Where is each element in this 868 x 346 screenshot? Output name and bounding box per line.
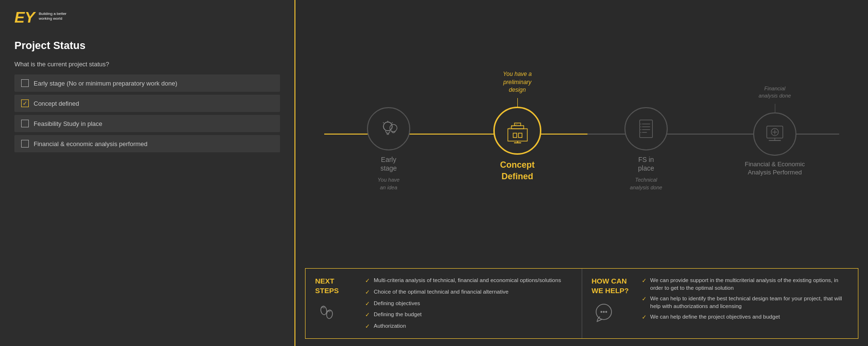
stage-concept-circle: [493, 107, 541, 155]
checkbox-option-1[interactable]: Early stage (No or minimum preparatory w…: [14, 74, 280, 92]
how-help-item-3: ✓ We can help define the project objecti…: [642, 313, 849, 321]
how-help-title: HOW CAN WE HELP?: [592, 276, 629, 295]
stage-early-circle: [367, 107, 410, 150]
checkbox-1[interactable]: [21, 79, 29, 87]
how-help-list: ✓ We can provide support in the multicri…: [642, 276, 849, 331]
stage-fs-circle: [624, 107, 668, 150]
how-help-item-2: ✓ We can help to identify the best techn…: [642, 295, 849, 310]
next-steps-title-block: NEXT STEPS: [315, 276, 358, 331]
svg-line-36: [324, 307, 325, 309]
project-status-title: Project Status: [14, 39, 280, 52]
checkbox-option-4[interactable]: Financial & economic analysis performed: [14, 135, 280, 152]
stage-fs: FS inplace Technicalanalysis done: [582, 77, 710, 191]
svg-rect-13: [518, 133, 522, 137]
svg-line-11: [508, 124, 517, 128]
stage-concept-label-top: You have apreliminarydesign: [503, 68, 532, 94]
check-icon-1: ✓: [365, 277, 370, 285]
stage-fs-label-bottom: Technicalanalysis done: [630, 176, 662, 191]
footsteps-icon: [315, 300, 339, 324]
check-icon-5: ✓: [365, 322, 370, 331]
check-icon-2: ✓: [365, 288, 370, 297]
checkbox-option-3[interactable]: Feasibility Study in place: [14, 115, 280, 132]
ey-logo-mark: EY: [14, 10, 35, 25]
right-panel: Earlystage You havean idea You have apre…: [295, 0, 868, 346]
stage-early-name: Earlystage: [380, 155, 397, 173]
svg-line-6: [392, 123, 393, 124]
checkbox-label-1: Early stage (No or minimum preparatory w…: [34, 80, 177, 87]
checkbox-option-2[interactable]: Concept defined: [14, 95, 280, 112]
checkbox-4[interactable]: [21, 140, 29, 148]
checkbox-2[interactable]: [21, 99, 29, 107]
how-help-section: HOW CAN WE HELP? ✓ We can provide suppor…: [582, 269, 858, 338]
svg-point-44: [605, 311, 607, 313]
how-help-item-1: ✓ We can provide support in the multicri…: [642, 276, 849, 292]
check-icon-h3: ✓: [642, 313, 647, 321]
check-icon-h2: ✓: [642, 295, 647, 303]
svg-rect-16: [640, 120, 653, 138]
svg-point-42: [600, 311, 602, 313]
stage-financial-name: Financial & EconomicAnalysis Performed: [745, 161, 805, 177]
svg-rect-8: [508, 129, 527, 141]
question-text: What is the current project status?: [14, 61, 280, 68]
svg-rect-10: [514, 123, 521, 126]
check-icon-4: ✓: [365, 311, 370, 319]
checkbox-label-2: Concept defined: [34, 100, 79, 107]
stages-row: Earlystage You havean idea You have apre…: [324, 68, 839, 200]
next-steps-item-2: ✓ Choice of the optimal technical and fi…: [365, 288, 572, 297]
stage-financial: Financialanalysis done Financial & Econo…: [710, 74, 839, 195]
stage-financial-label-top: Financialanalysis done: [758, 74, 791, 100]
svg-point-43: [603, 311, 605, 313]
svg-rect-12: [513, 133, 516, 137]
next-steps-section: NEXT STEPS: [306, 269, 582, 338]
next-steps-item-4: ✓ Defining the budget: [365, 310, 572, 319]
svg-line-40: [330, 310, 330, 312]
next-steps-title: NEXT STEPS: [315, 276, 339, 295]
next-steps-list: ✓ Multi-criteria analysis of technical, …: [365, 276, 572, 331]
next-steps-item-3: ✓ Defining objectives: [365, 299, 572, 308]
next-steps-item-5: ✓ Authorization: [365, 322, 572, 331]
svg-point-0: [383, 122, 392, 131]
stage-concept: You have apreliminarydesign: [453, 68, 582, 200]
ey-logo: EY Building a better working world: [14, 10, 280, 25]
stage-early: Earlystage You havean idea: [324, 77, 453, 191]
check-icon-3: ✓: [365, 300, 370, 308]
stage-early-label-bottom: You havean idea: [378, 176, 400, 191]
next-steps-item-1: ✓ Multi-criteria analysis of technical, …: [365, 276, 572, 285]
stage-fs-name: FS inplace: [638, 155, 654, 173]
stage-concept-name: ConceptDefined: [500, 160, 535, 182]
info-box: NEXT STEPS: [305, 268, 858, 339]
checkbox-label-3: Feasibility Study in place: [34, 120, 102, 127]
stage-financial-circle: [753, 112, 796, 156]
ey-tagline: Building a better working world: [39, 10, 67, 22]
check-icon-h1: ✓: [642, 277, 647, 285]
svg-point-7: [390, 124, 397, 132]
checkbox-label-4: Financial & economic analysis performed: [34, 140, 147, 148]
svg-point-31: [320, 306, 328, 315]
how-help-title-block: HOW CAN WE HELP?: [592, 276, 635, 331]
checkbox-3[interactable]: [21, 120, 29, 127]
timeline-section: Earlystage You havean idea You have apre…: [295, 0, 868, 268]
svg-line-5: [383, 123, 384, 124]
help-icon: [592, 300, 618, 326]
left-panel: EY Building a better working world Proje…: [0, 0, 295, 346]
